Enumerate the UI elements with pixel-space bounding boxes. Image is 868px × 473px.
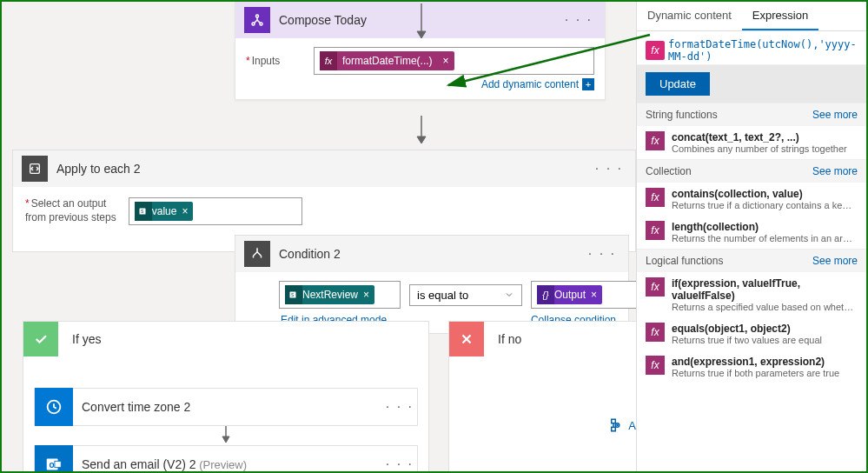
action-menu-icon[interactable]: · · · (382, 399, 417, 415)
condition-icon (244, 241, 270, 267)
svg-rect-18 (612, 419, 616, 423)
svg-marker-14 (222, 436, 229, 443)
fx-icon: fx (646, 41, 665, 60)
prev-card-fragment (235, 0, 606, 2)
tab-dynamic-content[interactable]: Dynamic content (637, 2, 742, 30)
convert-timezone-action[interactable]: Convert time zone 2 · · · (34, 388, 418, 426)
compose-inputs-field[interactable]: fx formatDateTime(...) × (314, 47, 594, 75)
fx-icon: fx (646, 188, 665, 207)
select-output-label-1: Select an output (25, 197, 116, 211)
fn-concat[interactable]: fx concat(text_1, text_2?, ...)Combines … (637, 126, 866, 159)
condition-header[interactable]: Condition 2 · · · (235, 236, 628, 272)
outlook-icon: o (35, 445, 73, 473)
fn-contains[interactable]: fx contains(collection, value)Returns tr… (637, 183, 866, 216)
sharepoint-icon: S (135, 202, 152, 221)
select-output-label-2: from previous steps (25, 211, 116, 225)
see-more-link[interactable]: See more (812, 165, 858, 177)
svg-point-0 (256, 15, 259, 17)
category-collection: Collection See more (637, 159, 866, 183)
nextreview-token[interactable]: S NextReview × (285, 285, 374, 304)
token-remove-icon[interactable]: × (586, 289, 602, 301)
see-more-link[interactable]: See more (812, 109, 858, 121)
arrow-down-icon (411, 116, 432, 147)
svg-rect-17 (55, 461, 61, 467)
tab-expression[interactable]: Expression (742, 2, 818, 30)
check-icon (23, 322, 58, 356)
apply-each-menu-icon[interactable]: · · · (592, 161, 626, 177)
expression-input[interactable]: formatDateTime(utcNow(),'yyyy-MM-dd') (668, 38, 858, 63)
clock-icon (35, 388, 73, 426)
condition-left-field[interactable]: S NextReview × (279, 281, 401, 309)
token-remove-icon[interactable]: × (438, 55, 454, 67)
output-token[interactable]: {} Output × (537, 285, 602, 304)
close-icon (449, 322, 484, 356)
fx-token[interactable]: fx formatDateTime(...) × (320, 51, 454, 70)
fx-icon: fx (646, 131, 665, 150)
fx-icon: fx (646, 221, 665, 240)
compose-icon (244, 7, 270, 33)
condition-card: Condition 2 · · · S NextReview × is equa… (235, 235, 629, 334)
if-no-label: If no (493, 332, 521, 346)
condition-title: Condition 2 (279, 247, 576, 261)
see-more-link[interactable]: See more (812, 255, 858, 267)
add-step-icon (606, 417, 621, 433)
svg-rect-19 (612, 427, 616, 431)
add-dynamic-content-link[interactable]: Add dynamic content+ (246, 78, 594, 90)
apply-each-header[interactable]: Apply to each 2 · · · (13, 150, 635, 187)
condition-menu-icon[interactable]: · · · (585, 246, 620, 262)
fx-icon: fx (646, 356, 665, 375)
inputs-label: Inputs (246, 55, 307, 67)
if-yes-label: If yes (67, 332, 101, 346)
loop-icon (22, 156, 48, 182)
svg-marker-6 (417, 31, 426, 38)
apply-each-title: Apply to each 2 (56, 162, 583, 176)
fn-equals[interactable]: fx equals(object1, object2)Returns true … (637, 317, 866, 350)
action-menu-icon[interactable]: · · · (382, 456, 417, 472)
select-output-field[interactable]: S value × (129, 197, 302, 225)
token-remove-icon[interactable]: × (176, 205, 193, 217)
value-token[interactable]: S value × (135, 202, 194, 221)
fn-if[interactable]: fx if(expression, valueIfTrue, valueIfFa… (637, 272, 866, 317)
svg-text:o: o (50, 460, 55, 470)
category-string-functions: String functions See more (637, 103, 866, 126)
fx-icon: fx (646, 277, 665, 296)
svg-marker-4 (417, 137, 426, 143)
fx-icon: fx (320, 51, 337, 70)
if-yes-branch: If yes Convert time zone 2 · · · o Send … (23, 321, 429, 473)
expression-panel: Dynamic content Expression fx formatDate… (636, 2, 866, 471)
chevron-down-icon (504, 290, 514, 300)
update-button[interactable]: Update (646, 72, 710, 96)
fn-length[interactable]: fx length(collection)Returns the number … (637, 216, 866, 249)
condition-operator-select[interactable]: is equal to (409, 284, 522, 306)
fn-and[interactable]: fx and(expression1, expression2)Returns … (637, 350, 866, 383)
fx-icon: fx (646, 323, 665, 342)
plus-icon: + (582, 78, 594, 90)
sharepoint-icon: S (285, 285, 302, 304)
token-remove-icon[interactable]: × (358, 289, 374, 301)
compose-menu-icon[interactable]: · · · (561, 12, 596, 28)
send-email-action[interactable]: o Send an email (V2) 2 (Preview) · · · (34, 445, 418, 473)
condition-right-field[interactable]: {} Output × (531, 281, 644, 309)
arrow-down-icon (34, 426, 418, 445)
arrow-down-icon (411, 3, 432, 42)
category-logical: Logical functions See more (637, 249, 866, 272)
compose-output-icon: {} (537, 285, 554, 304)
